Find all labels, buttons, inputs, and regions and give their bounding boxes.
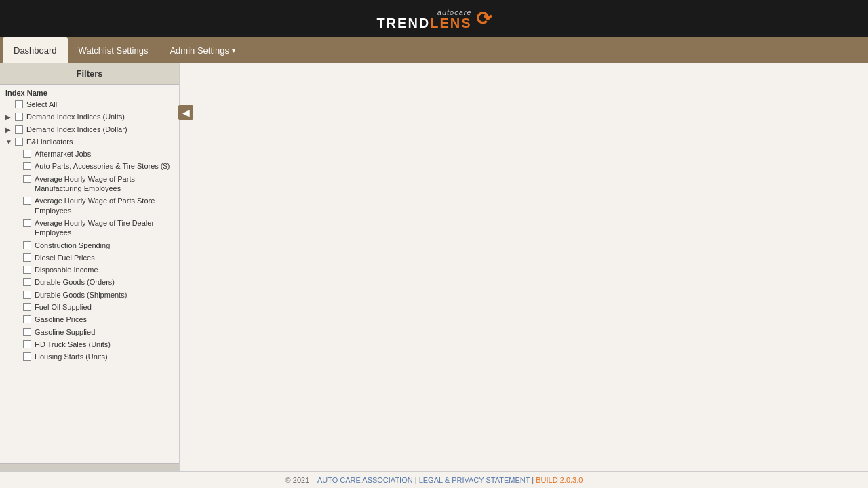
label-fuel-oil: Fuel Oil Supplied	[35, 302, 176, 312]
nav-watchlist[interactable]: Watchlist Settings	[68, 37, 159, 63]
checkbox-durable-shipments[interactable]	[23, 291, 31, 299]
tree-item-housing-starts[interactable]: Housing Starts (Units)	[0, 350, 179, 363]
label-avg-hourly-parts-store: Average Hourly Wage of Parts Store Emplo…	[35, 196, 176, 216]
tree-item-disposable[interactable]: Disposable Income	[0, 264, 179, 276]
footer-link-legal[interactable]: LEGAL & PRIVACY STATEMENT	[419, 476, 532, 484]
dropdown-arrow: ▾	[232, 47, 235, 54]
tree-item-gasoline-prices[interactable]: Gasoline Prices	[0, 313, 179, 325]
checkbox-demand-dollar[interactable]	[15, 125, 23, 134]
checkbox-housing-starts[interactable]	[23, 352, 31, 361]
sidebar: Filters Index Name Select All ▶ Demand I…	[0, 63, 180, 471]
label-housing-starts: Housing Starts (Units)	[35, 352, 176, 361]
checkbox-fuel-oil[interactable]	[23, 303, 31, 311]
nav-bar: Dashboard Watchlist Settings Admin Setti…	[0, 37, 868, 63]
checkbox-avg-hourly-parts-mfg[interactable]	[23, 175, 31, 183]
checkbox-gasoline-supplied[interactable]	[23, 328, 31, 336]
label-demand-units: Demand Index Indices (Units)	[26, 112, 176, 121]
label-disposable: Disposable Income	[35, 265, 176, 274]
collapse-sidebar-button[interactable]: ◀	[178, 105, 193, 120]
index-name-header: Index Name	[0, 85, 179, 98]
tree-item-aftermarket-jobs[interactable]: Aftermarket Jobs	[0, 148, 179, 160]
footer: © 2021 – AUTO CARE ASSOCIATION | LEGAL &…	[0, 471, 868, 488]
label-durable-shipments: Durable Goods (Shipments)	[35, 290, 176, 300]
tree-item-hd-truck[interactable]: HD Truck Sales (Units)	[0, 338, 179, 350]
content-area	[180, 63, 868, 471]
top-bar: autocare TRENDLENS ⟳	[0, 0, 868, 37]
main-area: Filters Index Name Select All ▶ Demand I…	[0, 63, 868, 471]
toggle-demand-dollar[interactable]: ▶	[5, 125, 14, 134]
tree-item-avg-hourly-tire-dealer[interactable]: Average Hourly Wage of Tire Dealer Emplo…	[0, 217, 179, 239]
toggle-ei[interactable]: ▼	[5, 138, 14, 146]
tree-item-durable-shipments[interactable]: Durable Goods (Shipments)	[0, 289, 179, 301]
logo-icon: ⟳	[476, 7, 492, 30]
tree-item-avg-hourly-parts-store[interactable]: Average Hourly Wage of Parts Store Emplo…	[0, 195, 179, 217]
tree-item-diesel[interactable]: Diesel Fuel Prices	[0, 251, 179, 264]
sidebar-header: Filters	[0, 63, 179, 85]
label-select-all: Select All	[26, 100, 176, 109]
tree-item-auto-parts[interactable]: Auto Parts, Accessories & Tire Stores ($…	[0, 160, 179, 172]
sidebar-bottom-scrollbar[interactable]	[0, 463, 179, 471]
tree-item-fuel-oil[interactable]: Fuel Oil Supplied	[0, 301, 179, 313]
nav-admin[interactable]: Admin Settings ▾	[159, 37, 245, 63]
label-gasoline-prices: Gasoline Prices	[35, 314, 176, 324]
sidebar-scroll[interactable]: Index Name Select All ▶ Demand Index Ind…	[0, 85, 179, 463]
label-ei: E&I Indicators	[26, 137, 176, 146]
label-auto-parts: Auto Parts, Accessories & Tire Stores ($…	[35, 161, 176, 171]
label-diesel: Diesel Fuel Prices	[35, 253, 176, 262]
label-construction: Construction Spending	[35, 241, 176, 250]
checkbox-select-all[interactable]	[15, 100, 23, 108]
logo-line2: TRENDLENS	[376, 16, 471, 30]
tree-item-gasoline-supplied[interactable]: Gasoline Supplied	[0, 326, 179, 338]
checkbox-construction[interactable]	[23, 241, 31, 249]
checkbox-auto-parts[interactable]	[23, 162, 31, 170]
checkbox-aftermarket-jobs[interactable]	[23, 150, 31, 158]
label-demand-dollar: Demand Index Indices (Dollar)	[26, 125, 176, 134]
checkbox-durable-orders[interactable]	[23, 278, 31, 286]
tree-item-demand-dollar[interactable]: ▶ Demand Index Indices (Dollar)	[0, 123, 179, 136]
tree-item-demand-units[interactable]: ▶ Demand Index Indices (Units)	[0, 110, 179, 123]
label-avg-hourly-parts-mfg: Average Hourly Wage of Parts Manufacturi…	[35, 174, 176, 194]
logo: autocare TRENDLENS ⟳	[376, 7, 491, 30]
logo-lens: LENS	[430, 16, 471, 30]
checkbox-avg-hourly-tire-dealer[interactable]	[23, 219, 31, 227]
toggle-demand-units[interactable]: ▶	[5, 113, 14, 121]
nav-dashboard[interactable]: Dashboard	[3, 37, 68, 63]
tree-item-durable-orders[interactable]: Durable Goods (Orders)	[0, 276, 179, 288]
footer-copyright: © 2021 –	[285, 476, 316, 484]
label-gasoline-supplied: Gasoline Supplied	[35, 327, 176, 337]
label-aftermarket-jobs: Aftermarket Jobs	[35, 149, 176, 159]
label-avg-hourly-tire-dealer: Average Hourly Wage of Tire Dealer Emplo…	[35, 218, 176, 238]
footer-build: BUILD 2.0.3.0	[536, 476, 583, 484]
tree-item-construction[interactable]: Construction Spending	[0, 239, 179, 251]
footer-link-autocare[interactable]: AUTO CARE ASSOCIATION	[317, 476, 413, 484]
tree-item-avg-hourly-parts-mfg[interactable]: Average Hourly Wage of Parts Manufacturi…	[0, 173, 179, 195]
checkbox-ei[interactable]	[15, 138, 23, 146]
checkbox-avg-hourly-parts-store[interactable]	[23, 197, 31, 205]
checkbox-disposable[interactable]	[23, 266, 31, 274]
checkbox-hd-truck[interactable]	[23, 340, 31, 348]
checkbox-gasoline-prices[interactable]	[23, 315, 31, 323]
tree-item-ei[interactable]: ▼ E&I Indicators	[0, 136, 179, 148]
label-durable-orders: Durable Goods (Orders)	[35, 277, 176, 287]
tree-item-select-all[interactable]: Select All	[0, 98, 179, 110]
checkbox-demand-units[interactable]	[15, 113, 23, 121]
label-hd-truck: HD Truck Sales (Units)	[35, 340, 176, 349]
checkbox-diesel[interactable]	[23, 253, 31, 262]
logo-trend: TREND	[376, 16, 430, 30]
